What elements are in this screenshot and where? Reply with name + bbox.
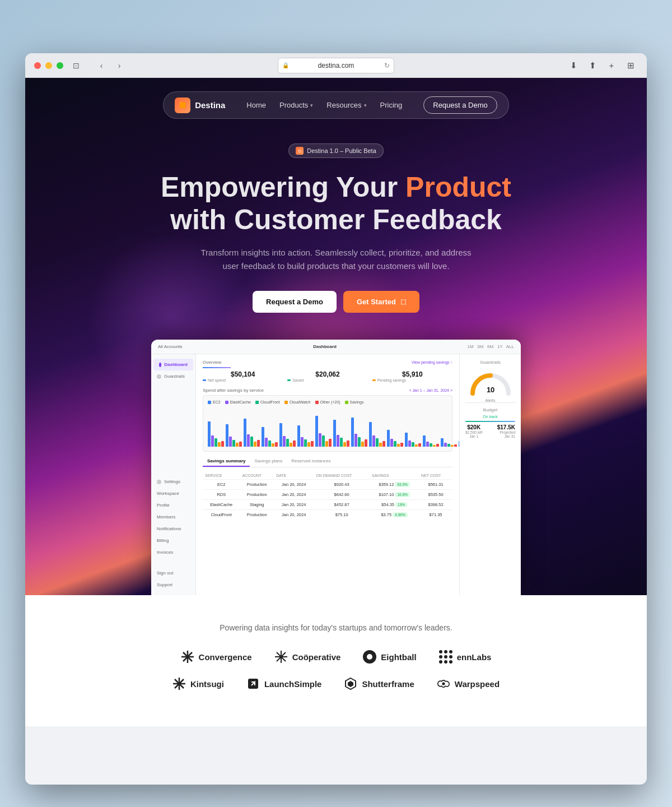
chart-label-elasticache: ElastiCache <box>225 400 251 404</box>
sidebar-invoices[interactable]: Invoices <box>151 546 195 558</box>
url-bar[interactable]: 🔒 destina.com ↻ <box>278 58 394 73</box>
table-row: EC2 Production Jan 20, 2024 $920.43 $359… <box>203 480 452 490</box>
svg-point-19 <box>442 682 445 685</box>
dash-layout: Dashboard Guardrails Settings <box>151 354 521 595</box>
logo-cooperative: Coöperative <box>274 650 341 664</box>
timeline-line <box>203 367 231 368</box>
chart-labels: EC2 ElastiCache CloudFront <box>208 400 447 404</box>
nav-pricing[interactable]: Pricing <box>375 98 408 113</box>
overview-header: Overview View pending savings ↑ <box>203 360 452 365</box>
url-input[interactable]: destina.com <box>278 58 394 73</box>
nav-resources[interactable]: Resources ▾ <box>321 98 372 113</box>
sidebar-notifications[interactable]: Notifications <box>151 523 195 535</box>
hero-demo-button[interactable]: Request a Demo <box>253 291 337 313</box>
metric-saved: $20,062 Saved <box>287 370 367 383</box>
svg-marker-18 <box>348 681 353 687</box>
logo-warpspeed: Warpspeed <box>437 677 500 690</box>
overview-metrics: $50,104 Net spend $20,062 <box>203 370 452 383</box>
sidebar-support[interactable]: Support <box>151 579 195 591</box>
minimize-button[interactable] <box>45 62 52 69</box>
browser-titlebar: ⊡ ‹ › 🔒 destina.com ↻ ⬇ ⬆ + ⊞ <box>25 53 647 78</box>
col-savings: SAVINGS <box>370 472 419 480</box>
navbar: 🟧 Destina Home Products ▾ Reso <box>25 78 647 132</box>
dash-time-filters: 1M 3M 6M 1Y ALL <box>468 344 514 349</box>
tab-overview-button[interactable]: ⊞ <box>623 58 638 73</box>
nav-links: Home Products ▾ Resources ▾ Pricing <box>241 98 408 113</box>
site-content: 🟧 Destina Home Products ▾ Reso <box>25 78 647 785</box>
logo-launchsimple: LaunchSimple <box>246 677 322 690</box>
external-link-icon: ⬚ <box>400 298 406 305</box>
sidebar-members[interactable]: Members <box>151 511 195 523</box>
logo-kintsugi: Kintsugi <box>172 677 224 690</box>
hero-subtitle: Transform insights into action. Seamless… <box>196 246 476 273</box>
table-row: CloudFront Production Jan 20, 2024 $75.1… <box>203 510 452 520</box>
sidebar-settings[interactable]: Settings <box>151 476 195 488</box>
new-tab-button[interactable]: + <box>604 58 619 73</box>
budget-section: Budget On track $20K $2,500 left Jan 1 <box>465 402 515 438</box>
chart-date-range[interactable]: < Jan 1 – Jan 31, 2024 > <box>409 388 452 392</box>
reload-icon[interactable]: ↻ <box>384 62 390 69</box>
hero-title-part1: Empowering Your <box>161 171 405 203</box>
logos-section: Powering data insights for today's start… <box>25 595 647 726</box>
sidebar-billing[interactable]: Billing <box>151 535 195 546</box>
launchsimple-icon <box>246 677 260 690</box>
col-service: SERVICE <box>203 472 240 480</box>
dash-main-label: Dashboard <box>313 344 337 349</box>
forward-button[interactable]: › <box>111 59 127 72</box>
navigation-buttons: ‹ › <box>94 59 127 72</box>
shutterframe-icon <box>344 677 357 690</box>
table-row: RDS Production Jan 20, 2024 $642.60 $107… <box>203 490 452 500</box>
maximize-button[interactable] <box>57 62 63 69</box>
warpspeed-icon <box>437 677 450 690</box>
table-row: ElastiCache Staging Jan 20, 2024 $452.87… <box>203 500 452 510</box>
logo-shutterframe: Shutterframe <box>344 677 414 690</box>
tab-reserved-instances[interactable]: Reserved instances <box>287 456 335 467</box>
sidebar-signout[interactable]: Sign out <box>151 567 195 579</box>
dashboard-screenshot: All Accounts Dashboard 1M 3M 6M 1Y ALL D… <box>151 340 521 595</box>
logos-headline: Powering data insights for today's start… <box>48 623 624 632</box>
window-controls <box>34 62 63 69</box>
back-button[interactable]: ‹ <box>94 59 109 72</box>
chart-area: EC2 ElastiCache CloudFront <box>203 395 452 452</box>
share-button[interactable]: ⬆ <box>585 58 600 73</box>
bar-chart <box>208 407 447 447</box>
cooperative-icon <box>274 650 288 664</box>
tab-savings-summary[interactable]: Savings summary <box>203 456 250 467</box>
dash-right-panel: Guardrails 10 <box>459 354 521 595</box>
svg-point-5 <box>186 655 189 658</box>
nav-demo-button[interactable]: Request a Demo <box>423 96 497 114</box>
sidebar-profile[interactable]: Profile <box>151 499 195 511</box>
nav-products[interactable]: Products ▾ <box>274 98 319 113</box>
chart-label-cloudwatch: CloudWatch <box>284 400 311 404</box>
beta-icon: D <box>296 147 304 155</box>
sidebar-toggle-button[interactable]: ⊡ <box>70 59 82 72</box>
hero-title-part2: with Customer Feedback <box>170 204 502 235</box>
sidebar-item-dashboard[interactable]: Dashboard <box>153 359 193 370</box>
browser-window: ⊡ ‹ › 🔒 destina.com ↻ ⬇ ⬆ + ⊞ <box>25 53 647 785</box>
dash-header: All Accounts Dashboard 1M 3M 6M 1Y ALL <box>151 340 521 354</box>
sidebar-workspace[interactable]: Workspace <box>151 488 195 499</box>
savings-table: SERVICE ACCOUNT DATE ON DEMAND COST SAVI… <box>203 472 452 520</box>
products-chevron: ▾ <box>310 103 313 108</box>
logo-text: Destina <box>195 100 225 110</box>
budget-line <box>465 421 515 422</box>
tab-savings-plans[interactable]: Savings plans <box>250 456 287 467</box>
col-account: ACCOUNT <box>240 472 274 480</box>
col-on-demand: ON DEMAND COST <box>314 472 370 480</box>
close-button[interactable] <box>34 62 41 69</box>
eightball-icon <box>363 650 376 664</box>
toolbar-right: ⬇ ⬆ + ⊞ <box>566 58 638 73</box>
chart-label-cloudfront: CloudFront <box>255 400 280 404</box>
logo[interactable]: 🟧 Destina <box>175 98 225 113</box>
col-net-cost: NET COST <box>419 472 452 480</box>
budget-values: $20K $2,500 left Jan 1 $17.5K Projected … <box>465 424 515 438</box>
view-pending[interactable]: View pending savings ↑ <box>412 360 452 364</box>
nav-home[interactable]: Home <box>241 98 272 113</box>
hero-started-button[interactable]: Get Started ⬚ <box>343 291 419 313</box>
logos-row-2: Kintsugi LaunchSimple <box>48 677 624 690</box>
sidebar-item-guardrails[interactable]: Guardrails <box>151 370 195 382</box>
downloads-button[interactable]: ⬇ <box>566 58 581 73</box>
gauge-svg: 10 <box>468 368 513 396</box>
logo-convergence: Convergence <box>181 650 252 664</box>
dash-sidebar: Dashboard Guardrails Settings <box>151 354 196 595</box>
